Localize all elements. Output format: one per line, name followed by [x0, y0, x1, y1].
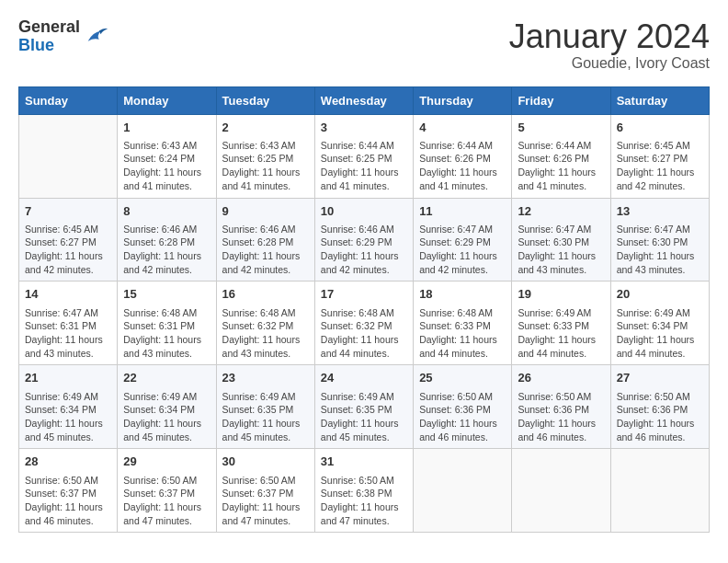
day-number: 28	[25, 454, 111, 470]
sunrise-text: Sunrise: 6:50 AM	[123, 474, 210, 488]
cell-info: Sunrise: 6:49 AM Sunset: 6:35 PM Dayligh…	[321, 390, 407, 444]
cell-info: Sunrise: 6:50 AM Sunset: 6:37 PM Dayligh…	[25, 474, 111, 528]
sunrise-text: Sunrise: 6:45 AM	[25, 223, 111, 236]
sunrise-text: Sunrise: 6:50 AM	[321, 474, 407, 488]
sunset-text: Sunset: 6:29 PM	[419, 236, 506, 249]
sunset-text: Sunset: 6:27 PM	[25, 236, 111, 249]
sunset-text: Sunset: 6:37 PM	[222, 487, 309, 500]
daylight-text: Daylight: 11 hours and 44 minutes.	[321, 333, 407, 360]
calendar-cell	[414, 449, 512, 533]
title-block: January 2024 Gouedie, Ivory Coast	[509, 18, 710, 72]
calendar-cell: 28 Sunrise: 6:50 AM Sunset: 6:37 PM Dayl…	[19, 449, 118, 533]
day-number: 6	[617, 120, 703, 136]
sunset-text: Sunset: 6:28 PM	[123, 236, 210, 249]
sunrise-text: Sunrise: 6:50 AM	[518, 390, 604, 404]
calendar-cell: 20 Sunrise: 6:49 AM Sunset: 6:34 PM Dayl…	[610, 282, 709, 365]
header-day: Thursday	[414, 86, 512, 114]
header-day: Tuesday	[216, 86, 314, 114]
cell-info: Sunrise: 6:44 AM Sunset: 6:25 PM Dayligh…	[321, 139, 407, 193]
day-number: 8	[123, 203, 210, 220]
logo-general: General	[18, 18, 80, 37]
day-number: 2	[222, 120, 309, 136]
daylight-text: Daylight: 11 hours and 43 minutes.	[518, 249, 604, 276]
calendar-cell: 3 Sunrise: 6:44 AM Sunset: 6:25 PM Dayli…	[314, 114, 413, 198]
page-title: January 2024	[509, 18, 710, 55]
daylight-text: Daylight: 11 hours and 41 minutes.	[518, 166, 604, 192]
daylight-text: Daylight: 11 hours and 44 minutes.	[617, 333, 703, 360]
sunrise-text: Sunrise: 6:47 AM	[518, 223, 604, 236]
header-day: Saturday	[610, 86, 709, 114]
daylight-text: Daylight: 11 hours and 44 minutes.	[518, 333, 604, 360]
sunset-text: Sunset: 6:37 PM	[25, 487, 111, 500]
daylight-text: Daylight: 11 hours and 46 minutes.	[617, 417, 703, 443]
calendar-cell: 17 Sunrise: 6:48 AM Sunset: 6:32 PM Dayl…	[314, 282, 413, 365]
calendar-cell: 18 Sunrise: 6:48 AM Sunset: 6:33 PM Dayl…	[414, 282, 512, 365]
sunrise-text: Sunrise: 6:48 AM	[419, 306, 506, 320]
sunset-text: Sunset: 6:38 PM	[321, 487, 407, 500]
day-number: 19	[518, 286, 604, 303]
cell-info: Sunrise: 6:46 AM Sunset: 6:28 PM Dayligh…	[222, 223, 309, 277]
calendar-cell	[19, 114, 118, 198]
daylight-text: Daylight: 11 hours and 41 minutes.	[222, 166, 309, 192]
calendar-cell: 8 Sunrise: 6:46 AM Sunset: 6:28 PM Dayli…	[118, 198, 216, 282]
daylight-text: Daylight: 11 hours and 43 minutes.	[617, 249, 703, 276]
day-number: 22	[123, 370, 210, 386]
sunrise-text: Sunrise: 6:50 AM	[419, 390, 506, 404]
sunrise-text: Sunrise: 6:48 AM	[321, 306, 407, 320]
daylight-text: Daylight: 11 hours and 43 minutes.	[25, 333, 111, 360]
cell-info: Sunrise: 6:47 AM Sunset: 6:30 PM Dayligh…	[518, 223, 604, 277]
calendar-table: SundayMondayTuesdayWednesdayThursdayFrid…	[18, 86, 710, 534]
daylight-text: Daylight: 11 hours and 42 minutes.	[617, 166, 703, 192]
calendar-cell: 15 Sunrise: 6:48 AM Sunset: 6:31 PM Dayl…	[118, 282, 216, 365]
day-number: 30	[222, 454, 309, 470]
logo-bird-icon	[84, 24, 109, 50]
sunset-text: Sunset: 6:29 PM	[321, 236, 407, 249]
daylight-text: Daylight: 11 hours and 41 minutes.	[123, 166, 210, 192]
daylight-text: Daylight: 11 hours and 42 minutes.	[222, 249, 309, 276]
calendar-cell: 1 Sunrise: 6:43 AM Sunset: 6:24 PM Dayli…	[118, 114, 216, 198]
calendar-cell: 22 Sunrise: 6:49 AM Sunset: 6:34 PM Dayl…	[118, 365, 216, 449]
sunset-text: Sunset: 6:26 PM	[518, 152, 604, 166]
sunset-text: Sunset: 6:36 PM	[419, 403, 506, 417]
calendar-cell: 12 Sunrise: 6:47 AM Sunset: 6:30 PM Dayl…	[512, 198, 610, 282]
day-number: 1	[123, 120, 210, 136]
calendar-week-row: 7 Sunrise: 6:45 AM Sunset: 6:27 PM Dayli…	[19, 198, 710, 282]
sunrise-text: Sunrise: 6:48 AM	[123, 306, 210, 320]
daylight-text: Daylight: 11 hours and 42 minutes.	[123, 249, 210, 276]
calendar-cell: 2 Sunrise: 6:43 AM Sunset: 6:25 PM Dayli…	[216, 114, 314, 198]
cell-info: Sunrise: 6:48 AM Sunset: 6:33 PM Dayligh…	[419, 306, 506, 361]
daylight-text: Daylight: 11 hours and 47 minutes.	[321, 500, 407, 527]
day-number: 15	[123, 286, 210, 303]
sunset-text: Sunset: 6:30 PM	[518, 236, 604, 249]
day-number: 21	[25, 370, 111, 386]
calendar-cell: 29 Sunrise: 6:50 AM Sunset: 6:37 PM Dayl…	[118, 449, 216, 533]
day-number: 18	[419, 286, 506, 303]
daylight-text: Daylight: 11 hours and 47 minutes.	[222, 500, 309, 527]
day-number: 20	[617, 286, 703, 303]
sunset-text: Sunset: 6:31 PM	[123, 319, 210, 333]
daylight-text: Daylight: 11 hours and 42 minutes.	[25, 249, 111, 276]
sunrise-text: Sunrise: 6:43 AM	[123, 139, 210, 153]
sunset-text: Sunset: 6:36 PM	[617, 403, 703, 417]
calendar-cell: 24 Sunrise: 6:49 AM Sunset: 6:35 PM Dayl…	[314, 365, 413, 449]
sunset-text: Sunset: 6:33 PM	[419, 319, 506, 333]
sunset-text: Sunset: 6:37 PM	[123, 487, 210, 500]
cell-info: Sunrise: 6:47 AM Sunset: 6:30 PM Dayligh…	[617, 223, 703, 277]
calendar-cell	[512, 449, 610, 533]
day-number: 24	[321, 370, 407, 386]
cell-info: Sunrise: 6:50 AM Sunset: 6:37 PM Dayligh…	[222, 474, 309, 528]
calendar-cell: 5 Sunrise: 6:44 AM Sunset: 6:26 PM Dayli…	[512, 114, 610, 198]
calendar-header: SundayMondayTuesdayWednesdayThursdayFrid…	[19, 86, 710, 114]
logo: General Blue	[18, 18, 109, 55]
calendar-cell: 7 Sunrise: 6:45 AM Sunset: 6:27 PM Dayli…	[19, 198, 118, 282]
cell-info: Sunrise: 6:49 AM Sunset: 6:34 PM Dayligh…	[25, 390, 111, 444]
day-number: 4	[419, 120, 506, 136]
daylight-text: Daylight: 11 hours and 46 minutes.	[518, 417, 604, 443]
sunrise-text: Sunrise: 6:47 AM	[25, 306, 111, 320]
daylight-text: Daylight: 11 hours and 45 minutes.	[123, 417, 210, 443]
sunrise-text: Sunrise: 6:47 AM	[419, 223, 506, 236]
sunset-text: Sunset: 6:26 PM	[419, 152, 506, 166]
calendar-body: 1 Sunrise: 6:43 AM Sunset: 6:24 PM Dayli…	[19, 114, 710, 533]
day-number: 10	[321, 203, 407, 220]
cell-info: Sunrise: 6:50 AM Sunset: 6:36 PM Dayligh…	[617, 390, 703, 444]
